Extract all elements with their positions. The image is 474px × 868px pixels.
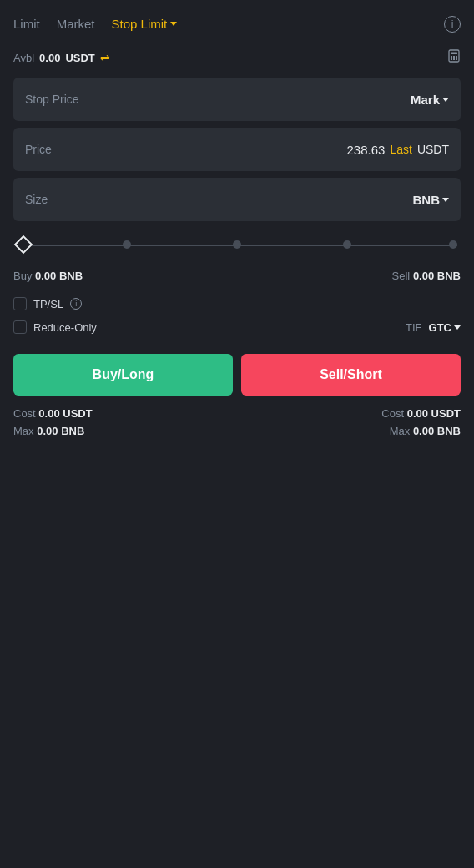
tab-market[interactable]: Market [57, 13, 95, 34]
stop-price-input[interactable]: Stop Price Mark [13, 78, 461, 121]
slider-track-dots [17, 236, 457, 238]
cost-max-row: Cost 0.00 USDT Max 0.00 BNB Cost 0.00 US… [13, 407, 461, 442]
last-badge: Last [390, 143, 411, 156]
buy-sell-info-row: Buy 0.00 BNB Sell 0.00 BNB [13, 270, 461, 282]
tpsl-info-icon[interactable]: i [70, 298, 82, 310]
available-balance-row: Avbl 0.00 USDT ⇌ [13, 49, 461, 66]
buy-info: Buy 0.00 BNB [13, 270, 83, 282]
stop-price-right: Mark [411, 93, 449, 107]
avbl-value: 0.00 [39, 52, 60, 64]
slider-dot-25[interactable] [123, 240, 131, 249]
sell-cost-max-col: Cost 0.00 USDT Max 0.00 BNB [381, 407, 461, 442]
svg-rect-4 [456, 56, 457, 58]
svg-rect-7 [456, 58, 457, 60]
svg-rect-6 [453, 58, 455, 60]
stop-price-label: Stop Price [25, 93, 79, 106]
transfer-icon[interactable]: ⇌ [100, 51, 110, 64]
svg-rect-5 [451, 58, 452, 60]
size-right: BNB [413, 193, 450, 207]
stop-limit-dropdown-arrow [170, 22, 177, 26]
sell-info: Sell 0.00 BNB [392, 270, 461, 282]
buy-max-label: Max [13, 425, 34, 437]
buy-label: Buy [13, 270, 32, 282]
calculator-icon[interactable] [447, 49, 461, 66]
avbl-currency: USDT [65, 52, 94, 64]
mark-dropdown-button[interactable]: Mark [411, 93, 449, 107]
sell-currency: BNB [437, 270, 461, 282]
slider-handle[interactable] [14, 235, 33, 255]
tab-limit[interactable]: Limit [13, 13, 40, 34]
bnb-dropdown-arrow [442, 198, 449, 202]
tab-stop-limit[interactable]: Stop Limit [112, 13, 178, 34]
price-value: 238.63 [347, 143, 386, 157]
sell-value-num: 0.00 [413, 270, 434, 282]
slider-dot-50[interactable] [233, 240, 241, 249]
svg-rect-3 [453, 56, 455, 58]
action-buttons-row: Buy/Long Sell/Short [13, 354, 461, 396]
tif-label: TIF [406, 321, 422, 334]
buy-max-value: 0.00 BNB [37, 425, 84, 437]
avbl-label: Avbl [13, 52, 34, 64]
svg-rect-2 [451, 56, 452, 58]
sell-cost-block: Cost 0.00 USDT [381, 407, 461, 420]
size-label: Size [25, 193, 48, 206]
buy-currency: BNB [59, 270, 83, 282]
tpsl-checkbox[interactable] [13, 297, 27, 310]
price-currency: USDT [417, 143, 449, 156]
tab-stop-limit-label: Stop Limit [112, 17, 168, 31]
sell-cost-value: 0.00 USDT [407, 407, 461, 420]
sell-label: Sell [392, 270, 411, 282]
size-input[interactable]: Size BNB [13, 178, 461, 221]
bnb-dropdown-button[interactable]: BNB [413, 193, 450, 207]
mark-dropdown-arrow [442, 98, 449, 102]
tif-container: TIF GTC [406, 321, 461, 334]
price-label: Price [25, 143, 52, 156]
tif-dropdown-button[interactable]: GTC [429, 321, 461, 334]
buy-cost-value: 0.00 USDT [38, 407, 92, 420]
buy-cost-block: Cost 0.00 USDT [13, 407, 93, 420]
tif-dropdown-arrow [454, 326, 461, 330]
buy-value-num: 0.00 [35, 270, 56, 282]
tab-bar: Limit Market Stop Limit i [13, 13, 461, 34]
sell-cost-label: Cost [381, 407, 404, 420]
reduce-only-checkbox[interactable] [13, 320, 27, 334]
sell-max-block: Max 0.00 BNB [381, 425, 461, 437]
buy-cost-label: Cost [13, 407, 36, 420]
price-input[interactable]: Price 238.63 Last USDT [13, 128, 461, 171]
slider-dot-100[interactable] [449, 240, 457, 249]
tpsl-label: TP/SL [33, 298, 63, 310]
tpsl-row: TP/SL i [13, 297, 461, 310]
reduce-tif-row: Reduce-Only TIF GTC [13, 320, 461, 334]
info-icon[interactable]: i [444, 16, 461, 33]
position-slider[interactable] [13, 236, 461, 256]
sell-short-button[interactable]: Sell/Short [241, 354, 461, 396]
slider-dot-75[interactable] [343, 240, 351, 249]
sell-max-value: 0.00 BNB [413, 425, 461, 437]
price-right: 238.63 Last USDT [347, 143, 449, 157]
buy-max-block: Max 0.00 BNB [13, 425, 93, 437]
reduce-only-label: Reduce-Only [33, 321, 97, 334]
sell-max-label: Max [390, 425, 411, 437]
buy-long-button[interactable]: Buy/Long [13, 354, 233, 396]
svg-rect-1 [451, 53, 457, 55]
buy-cost-max-col: Cost 0.00 USDT Max 0.00 BNB [13, 407, 93, 442]
